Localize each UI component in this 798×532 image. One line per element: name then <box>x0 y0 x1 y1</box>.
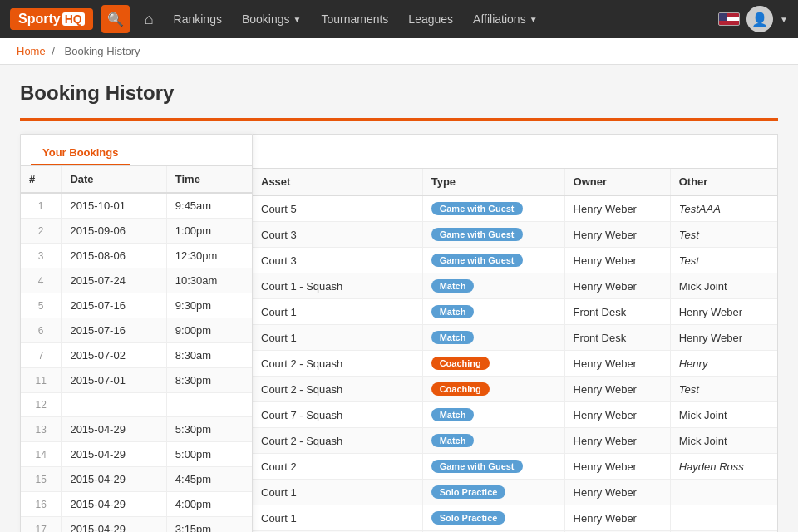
table-row[interactable]: Court 1 Solo Practice Henry Weber <box>253 505 777 531</box>
row-type: Match <box>422 402 564 428</box>
table-row[interactable]: 1 2015-10-01 9:45am <box>21 193 252 219</box>
type-badge: Game with Guest <box>431 228 523 241</box>
row-num: 1 <box>21 193 62 219</box>
row-time: 8:30am <box>166 343 252 368</box>
row-other: Mick Joint <box>670 428 777 454</box>
table-row[interactable]: Court 1 Match Front Desk Henry Weber <box>253 299 777 325</box>
type-badge: Match <box>431 331 475 344</box>
row-owner: Henry Weber <box>564 248 670 273</box>
nav-tournaments[interactable]: Tournaments <box>313 12 397 26</box>
table-row[interactable]: 7 2015-07-02 8:30am <box>21 343 252 368</box>
row-type: Match <box>422 273 564 299</box>
table-row[interactable]: Court 5 Game with Guest Henry Weber Test… <box>253 195 777 222</box>
row-asset: Court 2 <box>253 454 422 480</box>
table-row[interactable]: Court 1 Match Front Desk Henry Weber <box>253 325 777 351</box>
home-button[interactable]: ⌂ <box>136 11 162 28</box>
table-row[interactable]: Court 7 - Squash Match Henry Weber Mick … <box>253 402 777 428</box>
search-button[interactable]: 🔍 <box>101 5 130 33</box>
table-row[interactable]: 6 2015-07-16 9:00pm <box>21 318 252 343</box>
type-badge: Coaching <box>431 382 490 396</box>
row-other: TestAAA <box>670 195 777 222</box>
row-num: 15 <box>21 467 62 492</box>
row-other: Henry Weber <box>670 325 777 351</box>
row-asset: Court 1 <box>253 505 422 531</box>
row-date: 2015-04-29 <box>62 492 166 517</box>
row-asset: Court 1 <box>253 325 422 351</box>
row-date: 2015-04-29 <box>62 517 166 533</box>
row-date: 2015-07-02 <box>62 343 166 368</box>
affiliations-dropdown-arrow: ▼ <box>530 15 538 24</box>
row-owner: Henry Weber <box>564 222 670 248</box>
nav-affiliations[interactable]: Affiliations ▼ <box>465 12 545 26</box>
row-date: 2015-04-29 <box>62 442 166 467</box>
row-date: 2015-07-16 <box>62 293 166 318</box>
table-row[interactable]: 12 <box>21 393 252 417</box>
table-row[interactable]: Court 3 Game with Guest Henry Weber Test <box>253 248 777 273</box>
nav-bookings[interactable]: Bookings ▼ <box>234 12 310 26</box>
table-row[interactable]: Court 1 - Squash Match Henry Weber Mick … <box>253 273 777 299</box>
row-num: 14 <box>21 442 62 467</box>
table-row[interactable]: Court 1 Solo Practice Henry Weber <box>253 480 777 505</box>
logo[interactable]: Sporty HQ <box>10 8 93 30</box>
row-owner: Henry Weber <box>564 402 670 428</box>
row-type: Match <box>422 299 564 325</box>
row-date: 2015-07-01 <box>62 368 166 393</box>
breadcrumb-home[interactable]: Home <box>17 45 46 57</box>
row-time: 12:30pm <box>166 244 252 268</box>
row-owner: Henry Weber <box>564 454 670 480</box>
row-other <box>670 480 777 505</box>
row-num: 6 <box>21 318 62 343</box>
table-row[interactable]: 17 2015-04-29 3:15pm <box>21 517 252 533</box>
table-row[interactable]: 16 2015-04-29 4:00pm <box>21 492 252 517</box>
row-time <box>166 393 252 417</box>
avatar-button[interactable]: 👤 <box>746 6 773 32</box>
row-type: Game with Guest <box>422 248 564 273</box>
row-time: 9:00pm <box>166 318 252 343</box>
row-owner: Henry Weber <box>564 428 670 454</box>
table-row[interactable]: Court 2 - Squash Coaching Henry Weber He… <box>253 351 777 377</box>
row-asset: Court 2 - Squash <box>253 351 422 377</box>
row-date: 2015-09-06 <box>62 219 166 244</box>
nav-leagues[interactable]: Leagues <box>400 12 461 26</box>
nav-right: 👤 ▼ <box>718 6 788 32</box>
table-row[interactable]: 11 2015-07-01 8:30pm <box>21 368 252 393</box>
table-row[interactable]: 3 2015-08-06 12:30pm <box>21 244 252 268</box>
nav-rankings[interactable]: Rankings <box>165 12 230 26</box>
row-other: Hayden Ross <box>670 454 777 480</box>
row-num: 3 <box>21 244 62 268</box>
table-row[interactable]: 15 2015-04-29 4:45pm <box>21 467 252 492</box>
row-type: Game with Guest <box>422 454 564 480</box>
table-row[interactable]: 4 2015-07-24 10:30am <box>21 268 252 293</box>
row-date: 2015-07-16 <box>62 318 166 343</box>
table-row[interactable]: Court 3 Game with Guest Henry Weber Test <box>253 222 777 248</box>
table-row[interactable]: 2 2015-09-06 1:00pm <box>21 219 252 244</box>
row-asset: Court 1 <box>253 299 422 325</box>
col-num: # <box>21 166 62 193</box>
table-row[interactable]: 14 2015-04-29 5:00pm <box>21 442 252 467</box>
table-row[interactable]: Court 2 - Squash Coaching Henry Weber Te… <box>253 377 777 402</box>
row-date: 2015-08-06 <box>62 244 166 268</box>
type-badge: Match <box>431 408 475 421</box>
table-row[interactable]: 5 2015-07-16 9:30pm <box>21 293 252 318</box>
table-row[interactable]: Court 2 - Squash Match Henry Weber Mick … <box>253 428 777 454</box>
row-type: Game with Guest <box>422 195 564 222</box>
type-badge: Match <box>431 434 475 447</box>
flag-icon[interactable] <box>718 12 740 26</box>
col-time: Time <box>166 166 252 193</box>
row-asset: Court 7 - Squash <box>253 402 422 428</box>
row-owner: Henry Weber <box>564 480 670 505</box>
table-row[interactable]: Court 2 Game with Guest Henry Weber Hayd… <box>253 454 777 480</box>
table-row[interactable]: 13 2015-04-29 5:30pm <box>21 417 252 442</box>
type-badge: Solo Practice <box>431 485 506 499</box>
tab-your-bookings[interactable]: Your Bookings <box>31 141 130 165</box>
row-other <box>670 505 777 531</box>
row-type: Coaching <box>422 351 564 377</box>
type-badge: Coaching <box>431 357 490 370</box>
breadcrumb-separator: / <box>52 45 55 57</box>
right-table: AssetTypeOwnerOther Court 5 Game with Gu… <box>253 169 777 532</box>
row-type: Coaching <box>422 377 564 402</box>
row-asset: Court 3 <box>253 222 422 248</box>
type-badge: Solo Practice <box>431 511 506 525</box>
row-asset: Court 3 <box>253 248 422 273</box>
page-title-underline <box>20 118 778 121</box>
